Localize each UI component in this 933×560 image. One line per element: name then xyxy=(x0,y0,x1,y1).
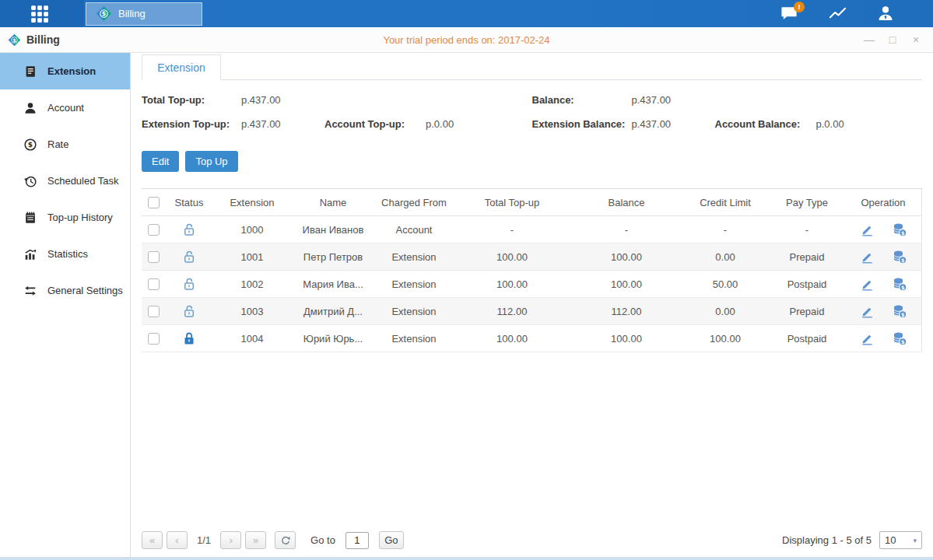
cell-balance: 100.00 xyxy=(571,271,682,298)
row-checkbox[interactable] xyxy=(148,251,160,263)
account-balance-label: Account Balance: xyxy=(715,117,816,131)
balance-summary: Total Top-up: p.437.00 Extension Top-up:… xyxy=(142,93,922,141)
first-page-button[interactable]: « xyxy=(142,531,163,549)
cell-extension: 1000 xyxy=(213,216,291,243)
tab-extension[interactable]: Extension xyxy=(142,54,221,80)
maximize-button[interactable]: □ xyxy=(886,34,899,45)
billing-diamond-icon xyxy=(8,33,21,47)
topup-row-icon[interactable] xyxy=(892,222,907,237)
notification-badge: ! xyxy=(794,2,805,12)
sidebar-item-account[interactable]: Account xyxy=(0,89,130,126)
go-button[interactable]: Go xyxy=(379,531,404,549)
account-topup-label: Account Top-up: xyxy=(324,117,426,131)
notebook-icon xyxy=(23,211,37,225)
extension-balance-label: Extension Balance: xyxy=(532,117,632,131)
row-checkbox[interactable] xyxy=(148,224,160,236)
close-button[interactable]: × xyxy=(910,34,922,45)
sidebar-item-rate[interactable]: Rate xyxy=(0,126,130,163)
table-row: 1000 Иван Иванов Account - - - - xyxy=(142,216,922,243)
table-row: 1001 Петр Петров Extension 100.00 100.00… xyxy=(142,243,922,271)
taskbar-tab-billing[interactable]: Billing xyxy=(86,2,202,26)
bar-chart-icon xyxy=(23,247,37,261)
edit-row-icon[interactable] xyxy=(860,250,875,264)
ledger-icon xyxy=(23,65,37,79)
table-body: 1000 Иван Иванов Account - - - - xyxy=(142,216,922,352)
cell-charged-from: Account xyxy=(375,216,453,243)
user-icon xyxy=(876,5,895,23)
balance-value: p.437.00 xyxy=(632,93,715,107)
goto-page-input[interactable] xyxy=(345,532,369,549)
row-checkbox[interactable] xyxy=(148,333,160,345)
total-topup-value: p.437.00 xyxy=(241,93,324,107)
cell-extension: 1002 xyxy=(213,271,291,298)
column-header-charged-from: Charged From xyxy=(375,189,453,216)
app-launcher-grid-icon[interactable] xyxy=(28,2,51,26)
cell-pay-type: Prepaid xyxy=(769,298,845,325)
topup-row-icon[interactable] xyxy=(892,331,907,346)
line-chart-icon xyxy=(828,5,847,23)
refresh-button[interactable] xyxy=(275,531,296,549)
sidebar-item-general-settings[interactable]: General Settings xyxy=(0,272,130,309)
minimize-button[interactable]: — xyxy=(863,34,875,45)
transfer-arrows-icon xyxy=(23,284,37,298)
column-header-balance: Balance xyxy=(571,189,682,216)
cell-extension: 1004 xyxy=(213,325,291,352)
cell-pay-type: Postpaid xyxy=(769,271,845,298)
lock-open-icon xyxy=(181,276,197,292)
edit-row-icon[interactable] xyxy=(860,277,875,292)
row-checkbox[interactable] xyxy=(148,278,160,290)
next-page-button[interactable]: › xyxy=(220,531,241,549)
resource-monitor-button[interactable] xyxy=(827,5,847,23)
column-header-name: Name xyxy=(291,189,375,216)
billing-diamond-icon xyxy=(96,5,112,22)
cell-credit-limit: 50.00 xyxy=(682,271,769,298)
cell-extension: 1001 xyxy=(213,243,291,271)
prev-page-button[interactable]: ‹ xyxy=(167,531,188,549)
sidebar-item-statistics[interactable]: Statistics xyxy=(0,236,130,272)
edit-row-icon[interactable] xyxy=(860,304,875,319)
lock-closed-icon xyxy=(181,331,197,346)
table-row: 1003 Дмитрий Д... Extension 112.00 112.0… xyxy=(142,298,922,325)
extension-table: Status Extension Name Charged From Total… xyxy=(142,188,922,352)
last-page-button[interactable]: » xyxy=(245,531,266,549)
column-header-pay-type: Pay Type xyxy=(769,189,845,216)
column-header-total-topup: Total Top-up xyxy=(453,189,571,216)
row-checkbox[interactable] xyxy=(148,306,160,317)
table-row: 1002 Мария Ива... Extension 100.00 100.0… xyxy=(142,271,922,298)
user-menu-button[interactable] xyxy=(875,5,896,23)
cell-name: Мария Ива... xyxy=(291,271,375,298)
extension-topup-label: Extension Top-up: xyxy=(142,117,241,131)
notifications-button[interactable]: ! xyxy=(779,5,799,23)
sidebar: Extension Account Rate Scheduled Task To… xyxy=(0,53,131,557)
account-topup-value: p.0.00 xyxy=(426,117,509,131)
edit-row-icon[interactable] xyxy=(860,331,875,346)
main-panel: Extension Total Top-up: p.437.00 Extensi… xyxy=(131,53,933,557)
edit-row-icon[interactable] xyxy=(860,222,875,237)
goto-label: Go to xyxy=(310,534,335,546)
cell-credit-limit: - xyxy=(682,216,769,243)
select-all-checkbox[interactable] xyxy=(148,197,160,208)
column-header-status: Status xyxy=(165,189,213,216)
page-size-select[interactable]: 10 ▾ xyxy=(879,531,922,549)
cell-extension: 1003 xyxy=(213,298,291,325)
topup-row-icon[interactable] xyxy=(892,276,907,292)
top-up-button[interactable]: Top Up xyxy=(185,151,237,172)
sidebar-item-extension[interactable]: Extension xyxy=(0,53,130,89)
edit-button[interactable]: Edit xyxy=(142,151,179,172)
cell-balance: 100.00 xyxy=(571,325,682,352)
cell-total-topup: 112.00 xyxy=(453,298,571,325)
cell-name: Иван Иванов xyxy=(291,216,375,243)
cell-credit-limit: 0.00 xyxy=(682,298,769,325)
extension-balance-value: p.437.00 xyxy=(632,117,715,131)
sidebar-item-scheduled-task[interactable]: Scheduled Task xyxy=(0,163,130,199)
extension-topup-value: p.437.00 xyxy=(241,117,324,131)
table-row: 1004 Юрий Юрь... Extension 100.00 100.00… xyxy=(142,325,922,352)
sidebar-item-topup-history[interactable]: Top-up History xyxy=(0,199,130,236)
caret-down-icon: ▾ xyxy=(913,537,917,544)
cell-charged-from: Extension xyxy=(375,325,453,352)
topup-row-icon[interactable] xyxy=(892,249,907,264)
refresh-icon xyxy=(279,534,292,547)
topup-row-icon[interactable] xyxy=(892,303,907,319)
cell-total-topup: - xyxy=(453,216,571,243)
lock-open-icon xyxy=(181,303,197,319)
